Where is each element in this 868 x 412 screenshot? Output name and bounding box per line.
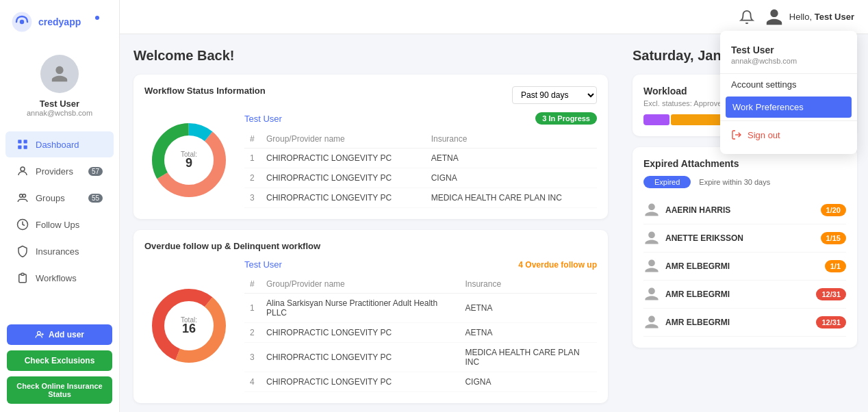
workflow-filter-select[interactable]: Past 90 days Past 30 days Past 7 days (512, 86, 597, 104)
overdue-title: Overdue follow up & Delinquent workflow (144, 241, 597, 251)
overdue-table: # Group/Provider name Insurance 1Alina S… (244, 275, 597, 392)
patient-badge: 1/15 (821, 232, 846, 244)
col-num: # (244, 130, 261, 149)
patient-row: AMR ELBEGRMI 12/31 (643, 309, 846, 337)
dropdown-email: annak@wchsb.com (731, 57, 846, 65)
workflow-chart: Total: 9 (144, 112, 233, 208)
expired-title: Expired Attachments (643, 158, 846, 169)
patient-row: AMR ELBEGRMI 1/1 (643, 253, 846, 281)
sidebar-item-insurances-label: Insurances (36, 246, 79, 257)
account-settings-label: Account settings (731, 79, 796, 90)
patient-name: AMR ELBEGRMI (665, 261, 730, 271)
table-row: 2CHIROPRACTIC LONGEVITY PCAETNA (244, 323, 597, 343)
avatar (40, 55, 79, 93)
svg-text:9: 9 (186, 156, 192, 170)
sidebar-item-groups[interactable]: Groups 55 (5, 185, 114, 211)
svg-rect-5 (24, 140, 27, 143)
table-row: 1Alina Sarkisyan Nurse Practitioner Adul… (244, 294, 597, 323)
workflow-table: # Group/Provider name Insurance 1CHIROPR… (244, 130, 597, 208)
table-row: 4CHIROPRACTIC LONGEVITY PCCIGNA (244, 372, 597, 392)
patient-row: ANETTE ERIKSSON 1/15 (643, 224, 846, 253)
col-insurance: Insurance (426, 130, 597, 149)
sidebar-actions: Add user Check Exclusions Check Online I… (0, 316, 119, 412)
user-dropdown: Test User annak@wchsb.com Account settin… (720, 31, 857, 154)
check-online-insurance-button[interactable]: Check Online Insurance Status (7, 376, 112, 404)
svg-rect-4 (18, 140, 21, 143)
overdue-user-name: Test User (244, 259, 282, 270)
overdue-badge: 4 Overdue follow up (518, 260, 597, 270)
main-panel: Welcome Back! Workflow Status Informatio… (120, 34, 622, 412)
table-row: 3CHIROPRACTIC LONGEVITY PCMEDICA HEALTH … (244, 343, 597, 372)
dropdown-user-info: Test User annak@wchsb.com (720, 39, 857, 74)
workflow-status-title: Workflow Status Information (144, 86, 266, 96)
header-user-menu[interactable]: Hello, Test User (765, 8, 854, 27)
sidebar-nav: Dashboard Providers 57 Groups 55 Follow … (0, 128, 119, 316)
svg-point-8 (21, 167, 25, 171)
workflow-filter[interactable]: Past 90 days Past 30 days Past 7 days (512, 86, 597, 104)
workflow-status-header: Workflow Status Information Past 90 days… (144, 86, 597, 104)
legend-expired-label: Expired (643, 176, 691, 188)
overdue-user-row: Test User 4 Overdue follow up (244, 259, 597, 270)
sidebar-item-providers-label: Providers (36, 166, 73, 177)
sidebar-user-section: Test User annak@wchsb.com (0, 47, 119, 128)
patient-info: AMR ELBEGRMI (643, 286, 730, 302)
person-icon (643, 286, 660, 302)
dropdown-signout-button[interactable]: Sign out (720, 124, 857, 146)
sidebar-user-email: annak@wchsb.com (27, 109, 92, 117)
in-progress-badge: 3 In Progress (535, 112, 597, 125)
col-insurance-2: Insurance (459, 275, 597, 294)
dropdown-username: Test User (731, 44, 846, 55)
patient-badge: 1/20 (821, 204, 846, 216)
svg-rect-7 (24, 146, 27, 149)
sidebar-item-follow-ups-label: Follow Ups (36, 220, 79, 230)
person-icon (643, 258, 660, 274)
svg-rect-6 (18, 146, 21, 149)
dropdown-account-settings[interactable]: Account settings (720, 74, 857, 95)
sidebar-item-insurances[interactable]: Insurances (5, 238, 114, 264)
signout-label: Sign out (748, 130, 780, 140)
workflow-table-section: Test User 3 In Progress # Group/Provider… (244, 112, 597, 208)
sidebar-item-providers[interactable]: Providers 57 (5, 158, 114, 184)
check-excl-label: Check Exclusions (25, 356, 95, 365)
svg-point-3 (95, 16, 99, 20)
table-row: 2CHIROPRACTIC LONGEVITY PCCIGNA (244, 168, 597, 188)
overdue-table-section: Test User 4 Overdue follow up # Group/Pr… (244, 259, 597, 392)
sidebar-item-workflows[interactable]: Workflows (5, 265, 114, 291)
patient-badge: 12/31 (816, 288, 846, 300)
person-icon (643, 202, 660, 218)
groups-badge: 55 (88, 194, 103, 203)
col-num-2: # (244, 275, 261, 294)
work-preferences-label: Work Preferences (732, 102, 804, 112)
patient-row: AMR ELBEGRMI 12/31 (643, 281, 846, 309)
sidebar-item-follow-ups[interactable]: Follow Ups (5, 211, 114, 237)
overdue-chart: Total: 16 (144, 259, 233, 392)
expired-section: Expired Attachments Expired Expire withi… (633, 147, 857, 348)
workload-bar-segment (643, 114, 669, 125)
providers-badge: 57 (88, 167, 103, 176)
header-greeting: Hello, Test User (789, 12, 854, 22)
sidebar-user-name: Test User (40, 99, 79, 109)
sidebar-item-dashboard[interactable]: Dashboard (5, 131, 114, 157)
col-group-name: Group/Provider name (261, 130, 426, 149)
notification-bell-button[interactable] (737, 8, 756, 27)
patient-name: AMR ELBEGRMI (665, 289, 730, 299)
col-group-name-2: Group/Provider name (261, 275, 459, 294)
header-username: Test User (815, 12, 854, 22)
workflow-user-row: Test User 3 In Progress (244, 112, 597, 125)
dropdown-divider (720, 120, 857, 121)
patient-info: AMR ELBEGRMI (643, 314, 730, 331)
patient-badge: 1/1 (825, 260, 846, 272)
workflow-user-name: Test User (244, 114, 282, 124)
svg-text:credyapp: credyapp (38, 16, 81, 27)
table-row: 3CHIROPRACTIC LONGEVITY PCMEDICA HEALTH … (244, 188, 597, 208)
sidebar-item-groups-label: Groups (36, 193, 65, 203)
check-exclusions-button[interactable]: Check Exclusions (7, 350, 112, 371)
dropdown-work-preferences[interactable]: Work Preferences (726, 96, 852, 118)
patient-name: ANETTE ERIKSSON (665, 233, 743, 243)
add-user-button[interactable]: Add user (7, 324, 112, 345)
check-online-label: Check Online Insurance Status (16, 382, 102, 398)
logo: credyapp (0, 0, 119, 47)
workflow-content: Total: 9 Test User 3 In Progress (144, 112, 597, 208)
patient-name: AAERIN HARRIS (665, 205, 730, 215)
svg-point-12 (37, 331, 40, 335)
